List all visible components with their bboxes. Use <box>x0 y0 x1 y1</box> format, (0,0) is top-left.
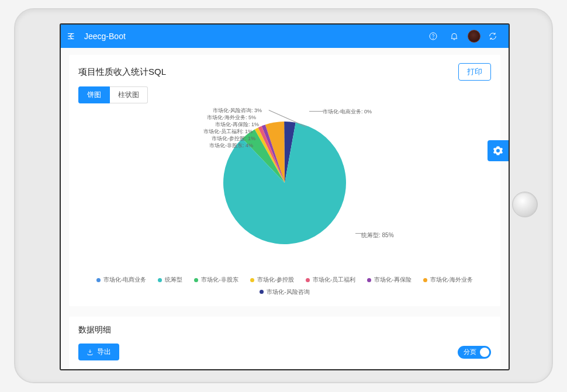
help-icon[interactable] <box>424 27 442 45</box>
legend-item[interactable]: 统筹型 <box>158 274 182 286</box>
legend-item[interactable]: 市场化-非股东 <box>194 274 238 286</box>
toggle-knob-icon <box>480 348 489 357</box>
legend-item[interactable]: 市场化-员工福利 <box>306 274 355 286</box>
export-button[interactable]: 导出 <box>78 344 119 360</box>
bell-icon[interactable] <box>445 27 463 45</box>
legend-dot-icon <box>260 290 264 294</box>
detail-card: 数据明细 导出 分页 #项目性质保险经纪佣金费风险咨询费承保公估评估费保险公估费… <box>69 317 500 370</box>
refresh-icon[interactable] <box>484 27 502 45</box>
legend-dot-icon <box>423 278 427 282</box>
menu-toggle-icon[interactable] <box>63 28 79 44</box>
detail-title: 数据明细 <box>78 325 491 335</box>
paging-label: 分页 <box>464 348 476 356</box>
brand-title: Jeecg-Boot <box>84 32 126 41</box>
legend-item[interactable]: 市场化-参控股 <box>250 274 294 286</box>
legend-label: 市场化-参控股 <box>257 274 294 286</box>
app-header: Jeecg-Boot <box>61 25 509 48</box>
pie-chart: 市场化-风险咨询: 3% 市场化-海外业务: 5% 市场化-再保险: 1% 市场… <box>78 107 491 270</box>
chart-type-tabs: 饼图柱状图 <box>78 86 491 103</box>
slice-label: 统筹型: 85% <box>361 231 394 240</box>
legend-label: 市场化-电商业务 <box>103 274 146 286</box>
tab-pie[interactable]: 饼图 <box>78 86 110 103</box>
chart-legend: 市场化-电商业务统筹型市场化-非股东市场化-参控股市场化-员工福利市场化-再保险… <box>78 274 491 298</box>
svg-point-4 <box>433 38 434 39</box>
legend-dot-icon <box>306 278 310 282</box>
legend-item[interactable]: 市场化-海外业务 <box>423 274 473 286</box>
legend-item[interactable]: 市场化-再保险 <box>367 274 411 286</box>
legend-label: 市场化-员工福利 <box>313 274 355 286</box>
legend-dot-icon <box>158 278 162 282</box>
legend-dot-icon <box>194 278 198 282</box>
export-label: 导出 <box>97 347 111 357</box>
page-body: 项目性质收入统计SQL 打印 饼图柱状图 市场化-风险咨询: 3% 市场化-海外… <box>61 48 509 370</box>
legend-item[interactable]: 市场化-风险咨询 <box>260 286 309 298</box>
legend-label: 统筹型 <box>165 274 182 286</box>
screen: Jeecg-Boot 项目性质收入统计SQL 打印 饼图柱状图 <box>60 23 510 370</box>
legend-label: 市场化-风险咨询 <box>267 286 309 298</box>
slice-label: 市场化-电商业务: 0% <box>323 108 372 116</box>
legend-label: 市场化-再保险 <box>374 274 411 286</box>
tab-bar[interactable]: 柱状图 <box>110 86 148 103</box>
download-icon <box>87 349 94 356</box>
home-button-icon <box>512 192 538 217</box>
legend-dot-icon <box>367 278 371 282</box>
tablet-frame: Jeecg-Boot 项目性质收入统计SQL 打印 饼图柱状图 <box>14 8 553 383</box>
legend-label: 市场化-海外业务 <box>430 274 473 286</box>
legend-dot-icon <box>250 278 254 282</box>
page-title: 项目性质收入统计SQL <box>78 67 166 78</box>
legend-item[interactable]: 市场化-电商业务 <box>96 274 146 286</box>
avatar[interactable] <box>468 30 480 43</box>
print-button[interactable]: 打印 <box>458 63 491 81</box>
legend-label: 市场化-非股东 <box>201 274 238 286</box>
paging-toggle[interactable]: 分页 <box>458 346 491 359</box>
legend-dot-icon <box>96 278 101 282</box>
table-header: #项目性质保险经纪佣金费风险咨询费承保公估评估费保险公估费投标咨询费内控咨询费 <box>78 369 491 370</box>
slice-label: 市场化-非股东: 4% <box>209 142 253 150</box>
chart-card: 项目性质收入统计SQL 打印 饼图柱状图 市场化-风险咨询: 3% 市场化-海外… <box>69 55 500 306</box>
